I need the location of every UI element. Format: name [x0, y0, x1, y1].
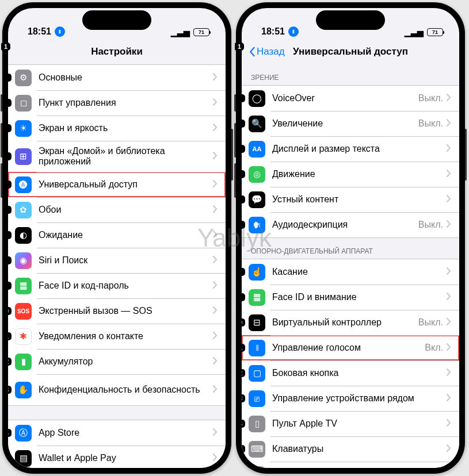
row-label: Face ID и внимание — [272, 292, 447, 302]
cellular-icon: ▁▃▅ — [171, 28, 190, 37]
chevron-right-icon — [213, 256, 218, 265]
settings-row[interactable]: 15⌨Клавиатуры — [242, 436, 459, 462]
chevron-right-icon — [213, 332, 218, 341]
settings-row[interactable]: 3☀︎Экран и яркость — [8, 116, 226, 141]
settings-row[interactable]: 3🔍УвеличениеВыкл. — [242, 111, 459, 136]
settings-row[interactable]: 14▯Пульт Apple TV — [242, 411, 459, 436]
hint-badge: 14 — [8, 429, 12, 437]
hint-badge: 1 — [1, 43, 10, 51]
chevron-right-icon — [447, 293, 451, 302]
dynamic-island — [82, 10, 151, 30]
hint-badge: 6 — [8, 206, 12, 214]
wallpaper-icon: ✿ — [15, 202, 32, 218]
chevron-right-icon — [447, 343, 451, 352]
chevron-right-icon — [213, 73, 218, 82]
row-label: VoiceOver — [272, 93, 418, 103]
settings-row[interactable]: 4⊞Экран «Домой» и библиотека приложений — [8, 141, 226, 172]
settings-row[interactable]: 8☝Касание — [242, 259, 459, 285]
settings-list[interactable]: 1⚙︎Основные2◻︎Пункт управления3☀︎Экран и… — [8, 64, 226, 468]
chevron-right-icon — [213, 385, 218, 394]
settings-row[interactable]: 12▢Боковая кнопка — [242, 360, 459, 386]
settings-row[interactable]: 2◯VoiceOverВыкл. — [242, 86, 459, 111]
hint-badge: 5 — [8, 181, 12, 189]
settings-row[interactable]: 10⊟Виртуальный контроллерВыкл. — [242, 310, 459, 335]
settings-row[interactable]: 10SOSЭкстренный вызов — SOS — [8, 298, 226, 324]
wallet-icon: ▤ — [15, 450, 32, 467]
settings-row[interactable]: 15▤Wallet и Apple Pay — [8, 446, 226, 468]
settings-row[interactable]: 13✋Конфиденциальность и безопасность — [8, 374, 226, 405]
row-label: Экран и яркость — [39, 123, 213, 133]
battery-icon: 71 — [193, 28, 209, 36]
row-label: Конфиденциальность и безопасность — [39, 385, 213, 395]
settings-row[interactable]: 4AAДисплей и размер текста — [242, 136, 459, 162]
touch-icon: ☝ — [249, 264, 265, 281]
hint-badge: 9 — [242, 293, 245, 301]
chevron-right-icon — [213, 98, 218, 108]
motion-icon: ◎ — [249, 166, 265, 183]
hint-badge: 8 — [8, 256, 12, 264]
settings-row[interactable]: 14ⒶApp Store — [8, 420, 226, 446]
row-label: Универсальный доступ — [39, 179, 213, 190]
chevron-right-icon — [213, 357, 218, 366]
settings-row[interactable]: 1⚙︎Основные — [8, 65, 226, 90]
keyboards-icon: ⌨ — [249, 441, 265, 458]
settings-row[interactable]: 8◉Siri и Поиск — [8, 248, 226, 273]
gear-icon: ⚙︎ — [15, 70, 32, 86]
control-center-icon: ◻︎ — [15, 95, 32, 112]
settings-row[interactable]: 9䷀Face ID и внимание — [242, 285, 459, 310]
phone-left: 1 18:51 ⦀ ▁▃▅ 71 Настройки 1⚙︎Основные2◻… — [2, 2, 231, 474]
voice-control-indicator-icon: ⦀ — [288, 26, 299, 37]
status-time: 18:51 — [28, 26, 51, 37]
chevron-right-icon — [213, 281, 218, 290]
hint-badge: 9 — [8, 282, 12, 290]
settings-row[interactable]: 5🅐Универсальный доступ — [8, 172, 226, 197]
hint-badge: 13 — [8, 386, 12, 394]
nav-bar: Настройки — [8, 39, 226, 64]
sidebutton-icon: ▢ — [249, 365, 265, 382]
settings-row[interactable]: 12▮Аккумулятор — [8, 349, 226, 374]
home-icon: ⊞ — [15, 148, 32, 165]
row-value: Выкл. — [418, 317, 443, 328]
hint-badge: 11 — [8, 332, 12, 340]
page-title: Универсальный доступ — [293, 46, 408, 57]
settings-row[interactable]: 6✿Обои — [8, 197, 226, 222]
nav-bar: Назад Универсальный доступ — [242, 39, 459, 64]
hint-badge: 3 — [242, 120, 245, 128]
section-header-motor: ОПОРНО-ДВИГАТЕЛЬНЫЙ АППАРАТ — [242, 238, 459, 259]
hint-badge: 15 — [8, 454, 12, 462]
row-label: Siri и Поиск — [39, 255, 213, 266]
chevron-right-icon — [447, 394, 451, 403]
row-label: Уведомления о контакте — [39, 331, 213, 341]
hint-badge: 11 — [242, 344, 245, 352]
settings-row[interactable]: 16🎧Наушники AirPods — [242, 462, 459, 468]
settings-row[interactable]: 11✱Уведомления о контакте — [8, 324, 226, 349]
settings-row[interactable]: 2◻︎Пункт управления — [8, 90, 226, 116]
row-label: Устный контент — [272, 194, 447, 205]
settings-row[interactable]: 11⦀Управление голосомВкл. — [242, 335, 459, 360]
privacy-icon: ✋ — [15, 382, 32, 398]
settings-row[interactable]: 6💬Устный контент — [242, 187, 459, 212]
row-label: Ожидание — [39, 230, 213, 240]
settings-row[interactable]: 9䷀Face ID и код-пароль — [8, 273, 226, 298]
row-label: Аудиодескрипция — [272, 220, 418, 230]
row-label: Управление голосом — [272, 343, 425, 353]
settings-row[interactable]: 13⎚Управление устройствами рядом — [242, 386, 459, 411]
settings-row[interactable]: 5◎Движение — [242, 162, 459, 187]
settings-row[interactable]: 7◐Ожидание — [8, 222, 226, 248]
chevron-left-icon — [249, 47, 256, 57]
accessibility-list[interactable]: ЗРЕНИЕ 2◯VoiceOverВыкл.3🔍УвеличениеВыкл.… — [242, 64, 459, 468]
hint-badge: 2 — [242, 94, 245, 102]
chevron-right-icon — [213, 152, 218, 161]
back-button[interactable]: Назад — [249, 46, 285, 57]
settings-row[interactable]: 7🗣АудиодескрипцияВыкл. — [242, 212, 459, 237]
hint-badge: 4 — [8, 152, 12, 160]
section-header-vision: ЗРЕНИЕ — [242, 64, 459, 85]
row-label: Увеличение — [272, 118, 418, 129]
dynamic-island — [316, 10, 385, 30]
phone-right: 1 18:51 ⦀ ▁▃▅ 71 Назад Универсальный дос… — [236, 2, 465, 474]
row-label: Дисплей и размер текста — [272, 144, 447, 154]
chevron-right-icon — [447, 419, 451, 428]
textsize-icon: AA — [249, 141, 265, 158]
nearby-icon: ⎚ — [249, 390, 265, 407]
faceid-icon: ䷀ — [249, 289, 265, 306]
